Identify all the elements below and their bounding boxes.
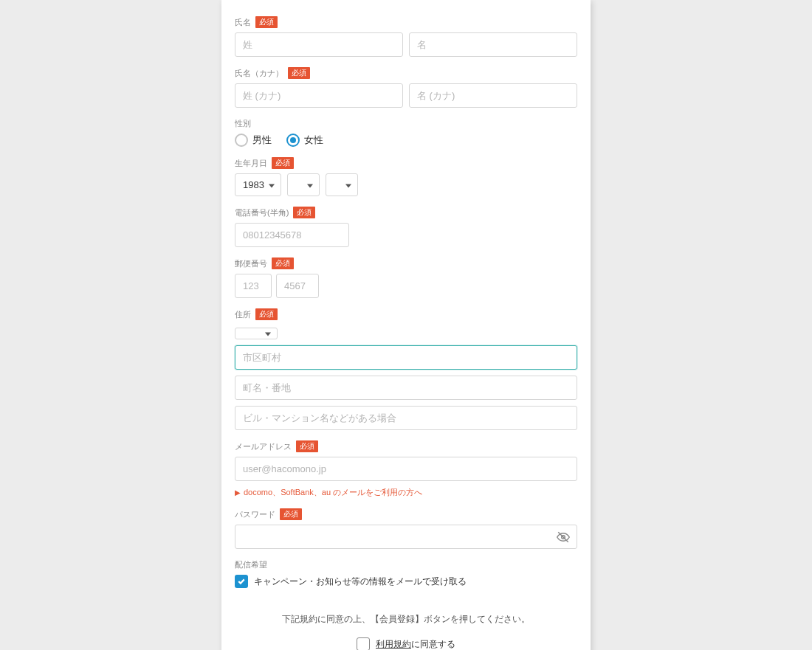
gender-female-radio[interactable]: 女性 [286,134,323,147]
password-field-group: パスワード 必須 [235,508,577,549]
instruction-text: 下記規約に同意の上、【会員登録】ボタンを押してください。 [235,613,577,626]
address-label: 住所 [235,309,251,320]
birthdate-field-group: 生年月日 必須 1983 [235,157,577,196]
city-input[interactable] [235,345,577,370]
building-input[interactable] [235,406,577,430]
postal-code-2-input[interactable] [276,274,319,298]
carrier-notice-text: docomo、SoftBank、au のメールをご利用の方へ [244,487,422,498]
required-badge: 必須 [296,440,318,452]
footer-section: 下記規約に同意の上、【会員登録】ボタンを押してください。 利用規約に同意する 戻… [221,603,591,650]
required-badge: 必須 [293,207,315,218]
phone-field-group: 電話番号(半角) 必須 [235,207,577,247]
registration-form: 氏名 必須 氏名（カナ） 必須 性別 [221,0,591,650]
email-field-group: メールアドレス 必須 ▶ docomo、SoftBank、au のメールをご利用… [235,440,577,498]
name-field-group: 氏名 必須 [235,16,577,57]
email-label: メールアドレス [235,441,292,452]
gender-label: 性別 [235,118,251,129]
street-input[interactable] [235,376,577,400]
password-label: パスワード [235,509,275,520]
birth-day-select[interactable] [326,173,358,196]
birth-year-value: 1983 [243,179,264,190]
phone-label: 電話番号(半角) [235,207,289,218]
address-field-group: 住所 必須 [235,308,577,430]
postal-code-1-input[interactable] [235,274,272,298]
name-label: 氏名 [235,17,251,28]
required-badge: 必須 [272,257,294,269]
terms-link[interactable]: 利用規約 [376,639,411,649]
radio-icon [286,134,300,147]
radio-icon [235,134,248,147]
last-name-kana-input[interactable] [235,83,403,108]
postal-label: 郵便番号 [235,258,267,269]
gender-female-label: 女性 [304,134,323,147]
last-name-input[interactable] [235,32,403,57]
birth-month-select[interactable] [287,173,320,196]
newsletter-label: 配信希望 [235,559,267,570]
checkbox-unchecked-icon [357,637,370,650]
newsletter-field-group: 配信希望 キャンペーン・お知らせ等の情報をメールで受け取る [235,559,577,588]
checkbox-checked-icon [235,575,248,588]
email-input[interactable] [235,457,577,481]
gender-male-radio[interactable]: 男性 [235,134,272,147]
gender-male-label: 男性 [252,134,272,147]
newsletter-checkbox[interactable]: キャンペーン・お知らせ等の情報をメールで受け取る [235,575,577,588]
required-badge: 必須 [255,16,278,28]
required-badge: 必須 [288,67,310,79]
birth-year-select[interactable]: 1983 [235,173,281,196]
name-kana-label: 氏名（カナ） [235,68,283,79]
newsletter-checkbox-label: キャンペーン・お知らせ等の情報をメールで受け取る [254,575,467,588]
name-kana-field-group: 氏名（カナ） 必須 [235,67,577,108]
terms-suffix: に同意する [411,639,455,649]
eye-off-icon[interactable] [557,530,570,544]
required-badge: 必須 [280,508,302,520]
first-name-input[interactable] [409,32,577,57]
carrier-notice-link[interactable]: ▶ docomo、SoftBank、au のメールをご利用の方へ [235,487,577,498]
terms-checkbox[interactable]: 利用規約に同意する [357,637,455,650]
gender-field-group: 性別 男性 女性 [235,118,577,147]
prefecture-select[interactable] [235,328,278,339]
phone-input[interactable] [235,223,349,247]
password-input[interactable] [235,525,577,549]
triangle-right-icon: ▶ [235,488,241,497]
required-badge: 必須 [272,157,294,169]
first-name-kana-input[interactable] [409,83,577,108]
required-badge: 必須 [255,308,278,320]
birthdate-label: 生年月日 [235,158,267,169]
postal-field-group: 郵便番号 必須 [235,257,577,298]
